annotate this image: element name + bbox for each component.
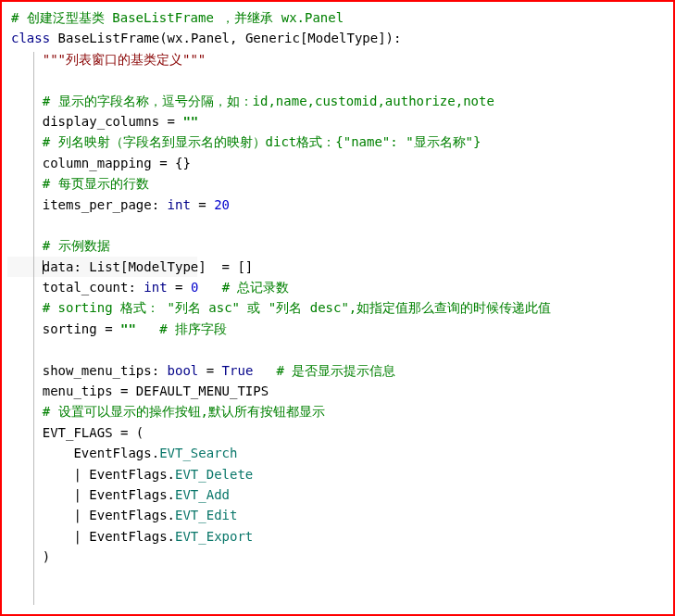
code-line: ) bbox=[11, 547, 664, 567]
code-line bbox=[11, 215, 664, 235]
code-line: column_mapping = {} bbox=[11, 153, 664, 173]
code-line: class BaseListFrame(wx.Panel, Generic[Mo… bbox=[11, 28, 664, 48]
code-frame: # 创建泛型基类 BaseListFrame ，并继承 wx.Panelclas… bbox=[0, 0, 675, 616]
code-line: # 示例数据 bbox=[11, 235, 664, 256]
code-line: | EventFlags.EVT_Export bbox=[11, 526, 664, 547]
code-line bbox=[11, 69, 664, 90]
code-line: EVT_FLAGS = ( bbox=[11, 422, 664, 443]
code-line: # 设置可以显示的操作按钮,默认所有按钮都显示 bbox=[11, 401, 664, 421]
code-line: # sorting 格式： "列名 asc" 或 "列名 desc",如指定值那… bbox=[11, 297, 664, 318]
code-line: | EventFlags.EVT_Add bbox=[11, 484, 664, 505]
code-block: # 创建泛型基类 BaseListFrame ，并继承 wx.Panelclas… bbox=[11, 7, 664, 568]
code-line: # 每页显示的行数 bbox=[11, 173, 664, 194]
indent-guide bbox=[33, 52, 34, 605]
code-line: | EventFlags.EVT_Delete bbox=[11, 464, 664, 484]
code-line: display_columns = "" bbox=[11, 111, 664, 132]
code-line: show_menu_tips: bool = True # 是否显示提示信息 bbox=[11, 360, 664, 381]
code-line: items_per_page: int = 20 bbox=[11, 195, 664, 215]
code-line: # 列名映射（字段名到显示名的映射）dict格式：{"name": "显示名称"… bbox=[11, 132, 664, 152]
code-line: | EventFlags.EVT_Edit bbox=[11, 505, 664, 525]
code-line: data: List[ModelType] = [] bbox=[11, 257, 664, 277]
code-line: # 显示的字段名称，逗号分隔，如：id,name,customid,author… bbox=[11, 91, 664, 111]
code-line: # 创建泛型基类 BaseListFrame ，并继承 wx.Panel bbox=[11, 7, 664, 28]
code-line: total_count: int = 0 # 总记录数 bbox=[11, 277, 664, 297]
code-line bbox=[11, 339, 664, 359]
code-line: """列表窗口的基类定义""" bbox=[11, 49, 664, 69]
code-line: sorting = "" # 排序字段 bbox=[11, 319, 664, 339]
code-line: EventFlags.EVT_Search bbox=[11, 443, 664, 463]
code-line: menu_tips = DEFAULT_MENU_TIPS bbox=[11, 381, 664, 401]
